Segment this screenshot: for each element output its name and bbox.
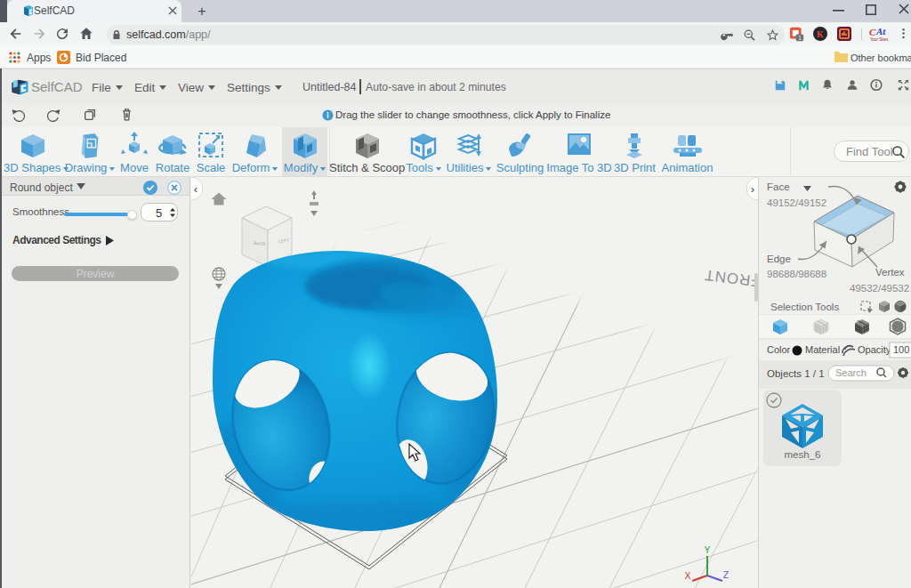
- svg-text:BACK: BACK: [254, 240, 267, 246]
- svg-text:100: 100: [893, 344, 909, 355]
- svg-text:‹: ‹: [194, 182, 198, 196]
- svg-text:98688/98688: 98688/98688: [767, 269, 826, 279]
- svg-text:Y: Y: [704, 544, 710, 555]
- svg-text:Face: Face: [767, 181, 790, 192]
- svg-text:Your Sites: Your Sites: [870, 37, 889, 42]
- svg-text:49152/49152: 49152/49152: [767, 197, 826, 208]
- svg-text:1: 1: [798, 35, 802, 41]
- svg-text:Color: Color: [767, 344, 791, 355]
- svg-text:Selection Tools: Selection Tools: [770, 302, 839, 312]
- svg-text:mesh_6: mesh_6: [785, 449, 821, 460]
- svg-text:LEFT: LEFT: [278, 238, 290, 244]
- svg-text:Edge: Edge: [767, 254, 791, 264]
- svg-text:C: C: [869, 27, 876, 37]
- svg-text:Objects 1 / 1: Objects 1 / 1: [767, 368, 825, 379]
- svg-text:Vertex: Vertex: [875, 267, 905, 278]
- svg-text:Z: Z: [723, 569, 730, 580]
- svg-text:K: K: [817, 29, 824, 39]
- svg-text:49532/49532: 49532/49532: [850, 283, 909, 294]
- svg-text:At: At: [875, 26, 886, 36]
- svg-text:Material: Material: [805, 344, 840, 355]
- svg-text:Opacity: Opacity: [858, 344, 891, 355]
- svg-text:›: ›: [751, 182, 754, 196]
- svg-text:Search: Search: [835, 367, 867, 378]
- svg-text:X: X: [684, 570, 690, 581]
